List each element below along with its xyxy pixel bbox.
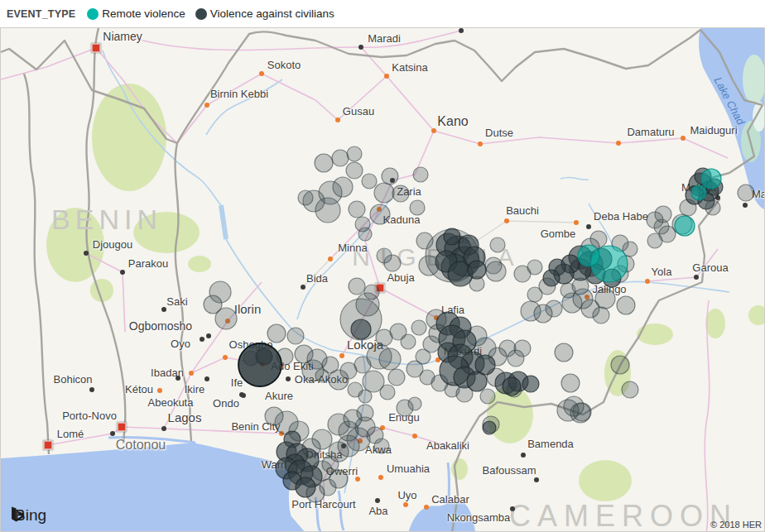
- city-label-bamenda: Bamenda: [527, 438, 574, 450]
- city-marker-lagos: [161, 426, 166, 431]
- event-bubble[interactable]: [480, 389, 495, 404]
- city-label-lagos: Lagos: [168, 410, 202, 424]
- city-marker-calabar: [424, 505, 429, 510]
- event-bubble[interactable]: [701, 169, 721, 189]
- legend-item-violence-against-civilians[interactable]: Violence against civilians: [195, 7, 334, 20]
- event-bubble[interactable]: [370, 204, 390, 224]
- water-label-lake-chad: Lake Chad: [712, 75, 748, 127]
- event-bubble[interactable]: [490, 237, 505, 252]
- event-bubble[interactable]: [561, 283, 575, 298]
- city-label-nkongsamba: Nkongsamba: [447, 511, 511, 524]
- event-bubble[interactable]: [363, 371, 384, 392]
- event-bubble[interactable]: [238, 343, 281, 386]
- event-bubble[interactable]: [675, 216, 695, 236]
- event-bubble[interactable]: [287, 328, 304, 344]
- city-marker-dutse: [478, 141, 483, 146]
- event-bubble[interactable]: [527, 260, 542, 275]
- event-bubble[interactable]: [382, 168, 398, 185]
- event-bubble[interactable]: [265, 407, 283, 425]
- event-bubble[interactable]: [392, 185, 409, 202]
- event-bubble[interactable]: [617, 296, 635, 314]
- event-bubble[interactable]: [546, 300, 562, 317]
- city-marker-uyo: [403, 502, 408, 507]
- event-bubble[interactable]: [346, 162, 363, 179]
- event-bubble[interactable]: [410, 200, 425, 215]
- legend-item-remote-violence[interactable]: Remote violence: [87, 7, 185, 20]
- event-bubble[interactable]: [358, 390, 372, 403]
- event-bubble[interactable]: [647, 233, 662, 248]
- city-label-abuja: Abuja: [387, 271, 414, 284]
- event-bubble[interactable]: [379, 348, 401, 370]
- city-marker-gusau: [335, 117, 340, 122]
- event-bubble[interactable]: [444, 228, 460, 245]
- event-bubble[interactable]: [555, 343, 573, 362]
- city-marker-bafoussam: [534, 477, 539, 482]
- event-bubble[interactable]: [401, 334, 416, 349]
- city-label-umuahia: Umuahia: [387, 463, 430, 475]
- event-bubble[interactable]: [351, 319, 371, 339]
- city-marker-niamey: [92, 44, 101, 53]
- event-bubble[interactable]: [561, 374, 580, 392]
- city-marker-damaturu: [616, 141, 621, 146]
- event-bubble[interactable]: [467, 371, 487, 391]
- city-label-ikire: Ikire: [185, 383, 205, 395]
- event-bubble[interactable]: [296, 477, 315, 497]
- city-label-garoua: Garoua: [692, 261, 728, 274]
- event-bubble[interactable]: [691, 185, 706, 200]
- event-bubble[interactable]: [483, 421, 496, 434]
- city-marker-porto-novo: [118, 423, 127, 432]
- event-bubble[interactable]: [527, 287, 542, 302]
- city-marker-saki: [161, 307, 166, 312]
- event-bubble[interactable]: [315, 369, 329, 382]
- event-bubble[interactable]: [522, 376, 539, 392]
- event-bubble[interactable]: [215, 308, 237, 329]
- event-bubble[interactable]: [362, 174, 377, 189]
- event-bubble[interactable]: [738, 185, 754, 201]
- map-canvas[interactable]: BENINNIGERIACAMEROONLake Chad NiameyMara…: [0, 27, 765, 532]
- city-label-sokoto: Sokoto: [267, 59, 301, 71]
- event-bubble[interactable]: [508, 350, 524, 367]
- powerbi-map-visual: EVENT_TYPE Remote violence Violence agai…: [0, 0, 765, 532]
- event-bubble[interactable]: [349, 278, 365, 295]
- event-bubble[interactable]: [468, 261, 486, 279]
- city-label-maradi: Maradi: [368, 32, 401, 45]
- city-marker-deba-habe: [586, 224, 591, 229]
- event-bubble[interactable]: [486, 261, 506, 281]
- event-bubble[interactable]: [358, 228, 372, 241]
- event-bubble[interactable]: [570, 403, 590, 423]
- event-bubble[interactable]: [349, 201, 365, 218]
- event-bubble[interactable]: [315, 154, 333, 172]
- event-bubble[interactable]: [364, 285, 379, 300]
- city-label-ife: Ife: [231, 376, 243, 389]
- city-marker-oshogbo: [223, 355, 228, 360]
- event-bubble[interactable]: [622, 381, 638, 398]
- event-bubble[interactable]: [377, 248, 392, 263]
- event-bubble[interactable]: [388, 369, 405, 386]
- city-label-djougou: Djougou: [93, 238, 132, 251]
- bing-attribution: Bing: [11, 506, 46, 525]
- event-bubble[interactable]: [298, 190, 313, 205]
- event-bubble[interactable]: [590, 231, 607, 247]
- event-bubble[interactable]: [413, 167, 428, 182]
- event-bubble[interactable]: [578, 245, 599, 266]
- event-bubble[interactable]: [315, 198, 340, 223]
- event-bubble[interactable]: [408, 397, 421, 410]
- city-marker-owerri: [355, 477, 360, 482]
- event-bubble[interactable]: [611, 356, 629, 374]
- event-bubble[interactable]: [347, 146, 362, 161]
- event-bubble[interactable]: [411, 320, 426, 335]
- city-marker-ogbomosho: [206, 333, 211, 338]
- event-bubble[interactable]: [267, 324, 286, 343]
- event-bubble[interactable]: [354, 357, 371, 373]
- event-bubble[interactable]: [374, 183, 394, 203]
- event-bubble[interactable]: [503, 377, 521, 395]
- event-bubble[interactable]: [543, 270, 560, 286]
- city-label-porto-novo: Porto-Novo: [62, 410, 117, 422]
- event-bubble[interactable]: [593, 307, 609, 324]
- event-bubble[interactable]: [655, 206, 671, 223]
- event-bubble[interactable]: [357, 405, 373, 421]
- event-bubble[interactable]: [374, 439, 389, 453]
- city-marker-aba: [375, 498, 380, 503]
- city-label-cotonou: Cotonou: [116, 438, 166, 453]
- event-bubble[interactable]: [332, 150, 349, 166]
